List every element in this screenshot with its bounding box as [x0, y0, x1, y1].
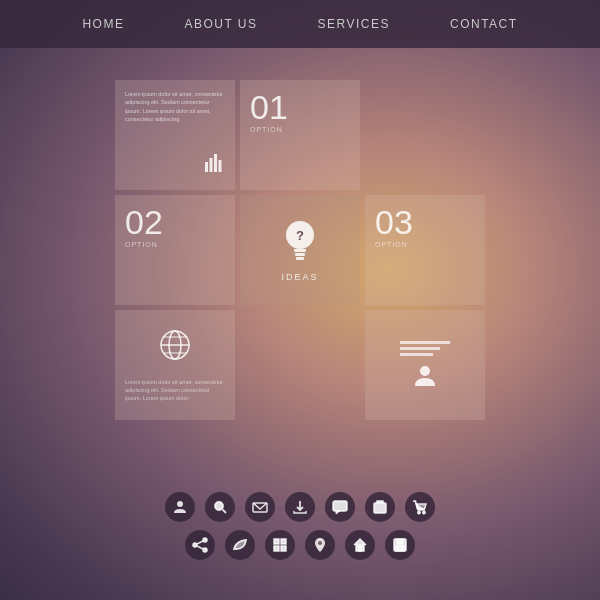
svg-point-16 — [215, 502, 223, 510]
icon-chat[interactable] — [325, 492, 355, 522]
svg-point-22 — [423, 511, 425, 513]
svg-rect-30 — [274, 546, 279, 551]
icon-save[interactable] — [385, 530, 415, 560]
svg-rect-5 — [294, 249, 306, 252]
bulb-icon: ? — [280, 219, 320, 267]
globe-icon — [157, 327, 193, 363]
bottom-icons — [165, 492, 435, 560]
icon-grid[interactable] — [265, 530, 295, 560]
icon-mail[interactable] — [245, 492, 275, 522]
tile-5[interactable]: 03 OPTION — [365, 195, 485, 305]
tile-2-label: OPTION — [250, 126, 283, 133]
svg-rect-34 — [359, 547, 362, 551]
main-grid: Lorem ipsum dolor sit amet, consectetur … — [115, 80, 485, 420]
navigation: HOME ABOUT US SERVICES CONTACT — [0, 0, 600, 48]
svg-rect-20 — [374, 503, 386, 513]
icon-pin[interactable] — [305, 530, 335, 560]
tile-2-number: 01 — [250, 90, 288, 124]
svg-point-24 — [203, 548, 207, 552]
svg-rect-28 — [274, 539, 279, 544]
svg-rect-19 — [333, 501, 347, 511]
svg-rect-7 — [296, 257, 304, 260]
icon-row-1 — [165, 492, 435, 522]
tile-2[interactable]: 01 OPTION — [240, 80, 360, 190]
tile-6[interactable]: Lorem ipsum dolor sit amet, consectetur … — [115, 310, 235, 420]
svg-point-21 — [418, 511, 420, 513]
svg-rect-6 — [295, 253, 305, 256]
bar-chart — [400, 341, 450, 356]
svg-point-15 — [177, 501, 183, 507]
person-icon — [411, 362, 439, 390]
svg-rect-3 — [219, 160, 222, 172]
nav-home[interactable]: HOME — [82, 17, 124, 31]
svg-point-25 — [193, 543, 197, 547]
icon-search[interactable] — [205, 492, 235, 522]
svg-rect-2 — [214, 154, 217, 172]
tile-3[interactable]: 02 OPTION — [115, 195, 235, 305]
svg-line-26 — [197, 541, 203, 544]
svg-rect-29 — [281, 539, 286, 544]
icon-box[interactable] — [365, 492, 395, 522]
tile-3-number: 02 — [125, 205, 225, 239]
svg-rect-36 — [397, 539, 403, 544]
icon-leaf[interactable] — [225, 530, 255, 560]
nav-contact[interactable]: CONTACT — [450, 17, 518, 31]
icon-person[interactable] — [165, 492, 195, 522]
svg-text:?: ? — [296, 228, 304, 243]
svg-rect-0 — [205, 162, 208, 172]
svg-point-14 — [420, 366, 430, 376]
svg-line-17 — [223, 510, 227, 514]
tile-3-label: OPTION — [125, 241, 225, 248]
tile-center[interactable]: ? IDEAS — [240, 195, 360, 305]
tile-1-text: Lorem ipsum dolor sit amet, consectetur … — [125, 90, 225, 123]
tile-7[interactable] — [365, 310, 485, 420]
tile-5-number: 03 — [375, 205, 475, 239]
svg-point-32 — [318, 541, 322, 545]
svg-rect-1 — [210, 158, 213, 172]
icon-share[interactable] — [185, 530, 215, 560]
tile-1-icon — [201, 152, 225, 180]
svg-rect-37 — [396, 546, 404, 551]
svg-rect-31 — [281, 546, 286, 551]
ideas-label: IDEAS — [281, 272, 318, 282]
nav-about[interactable]: ABOUT US — [184, 17, 257, 31]
tile-6-text: Lorem ipsum dolor sit amet, consectetur … — [125, 378, 225, 403]
tile-5-label: OPTION — [375, 241, 475, 248]
svg-point-23 — [203, 538, 207, 542]
icon-download[interactable] — [285, 492, 315, 522]
nav-services[interactable]: SERVICES — [318, 17, 390, 31]
tile-1[interactable]: Lorem ipsum dolor sit amet, consectetur … — [115, 80, 235, 190]
icon-row-2 — [185, 530, 415, 560]
icon-cart[interactable] — [405, 492, 435, 522]
svg-line-27 — [197, 546, 203, 549]
icon-house[interactable] — [345, 530, 375, 560]
